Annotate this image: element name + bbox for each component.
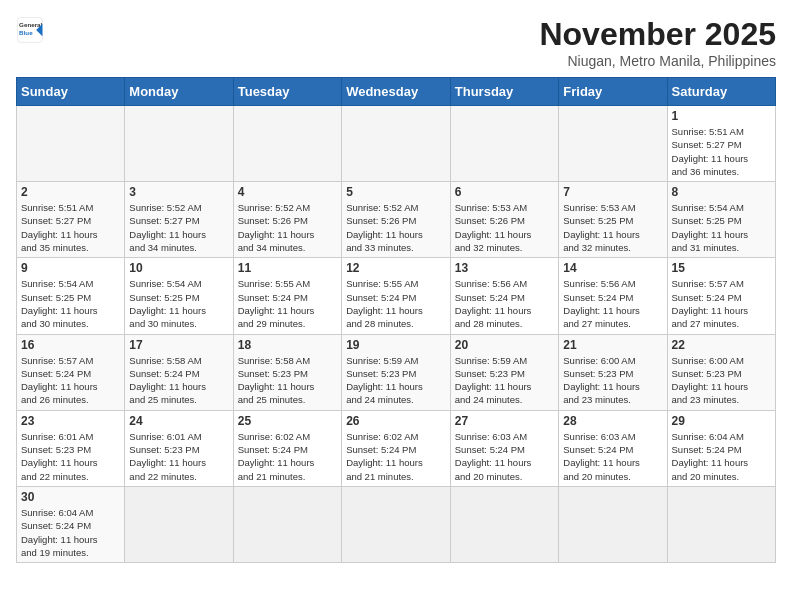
calendar-cell	[233, 486, 341, 562]
day-number: 17	[129, 338, 228, 352]
calendar-week-row: 30Sunrise: 6:04 AM Sunset: 5:24 PM Dayli…	[17, 486, 776, 562]
day-info: Sunrise: 5:57 AM Sunset: 5:24 PM Dayligh…	[672, 277, 771, 330]
calendar-cell: 28Sunrise: 6:03 AM Sunset: 5:24 PM Dayli…	[559, 410, 667, 486]
calendar-week-row: 1Sunrise: 5:51 AM Sunset: 5:27 PM Daylig…	[17, 106, 776, 182]
day-info: Sunrise: 6:02 AM Sunset: 5:24 PM Dayligh…	[346, 430, 446, 483]
calendar-cell: 2Sunrise: 5:51 AM Sunset: 5:27 PM Daylig…	[17, 182, 125, 258]
day-info: Sunrise: 6:02 AM Sunset: 5:24 PM Dayligh…	[238, 430, 337, 483]
calendar-cell	[233, 106, 341, 182]
day-info: Sunrise: 6:00 AM Sunset: 5:23 PM Dayligh…	[563, 354, 662, 407]
day-info: Sunrise: 5:59 AM Sunset: 5:23 PM Dayligh…	[455, 354, 554, 407]
day-number: 29	[672, 414, 771, 428]
day-info: Sunrise: 5:53 AM Sunset: 5:25 PM Dayligh…	[563, 201, 662, 254]
weekday-header-wednesday: Wednesday	[342, 78, 451, 106]
weekday-header-friday: Friday	[559, 78, 667, 106]
calendar-week-row: 9Sunrise: 5:54 AM Sunset: 5:25 PM Daylig…	[17, 258, 776, 334]
day-number: 18	[238, 338, 337, 352]
svg-text:Blue: Blue	[19, 29, 33, 36]
calendar-cell	[342, 106, 451, 182]
logo: General Blue	[16, 16, 44, 44]
calendar-cell	[559, 106, 667, 182]
calendar-cell: 7Sunrise: 5:53 AM Sunset: 5:25 PM Daylig…	[559, 182, 667, 258]
calendar-cell	[450, 486, 558, 562]
calendar-cell: 16Sunrise: 5:57 AM Sunset: 5:24 PM Dayli…	[17, 334, 125, 410]
day-number: 11	[238, 261, 337, 275]
day-number: 19	[346, 338, 446, 352]
calendar-cell: 21Sunrise: 6:00 AM Sunset: 5:23 PM Dayli…	[559, 334, 667, 410]
weekday-header-saturday: Saturday	[667, 78, 775, 106]
calendar-cell: 3Sunrise: 5:52 AM Sunset: 5:27 PM Daylig…	[125, 182, 233, 258]
calendar-cell: 5Sunrise: 5:52 AM Sunset: 5:26 PM Daylig…	[342, 182, 451, 258]
weekday-header-sunday: Sunday	[17, 78, 125, 106]
calendar-cell: 23Sunrise: 6:01 AM Sunset: 5:23 PM Dayli…	[17, 410, 125, 486]
weekday-header-tuesday: Tuesday	[233, 78, 341, 106]
day-number: 2	[21, 185, 120, 199]
calendar-week-row: 23Sunrise: 6:01 AM Sunset: 5:23 PM Dayli…	[17, 410, 776, 486]
day-info: Sunrise: 5:57 AM Sunset: 5:24 PM Dayligh…	[21, 354, 120, 407]
day-number: 20	[455, 338, 554, 352]
day-number: 12	[346, 261, 446, 275]
day-info: Sunrise: 5:56 AM Sunset: 5:24 PM Dayligh…	[563, 277, 662, 330]
day-info: Sunrise: 5:56 AM Sunset: 5:24 PM Dayligh…	[455, 277, 554, 330]
calendar-cell	[450, 106, 558, 182]
weekday-header-monday: Monday	[125, 78, 233, 106]
day-info: Sunrise: 6:01 AM Sunset: 5:23 PM Dayligh…	[129, 430, 228, 483]
calendar-cell: 10Sunrise: 5:54 AM Sunset: 5:25 PM Dayli…	[125, 258, 233, 334]
day-info: Sunrise: 5:59 AM Sunset: 5:23 PM Dayligh…	[346, 354, 446, 407]
calendar-cell	[17, 106, 125, 182]
day-info: Sunrise: 5:55 AM Sunset: 5:24 PM Dayligh…	[238, 277, 337, 330]
calendar-cell: 14Sunrise: 5:56 AM Sunset: 5:24 PM Dayli…	[559, 258, 667, 334]
day-info: Sunrise: 5:52 AM Sunset: 5:26 PM Dayligh…	[238, 201, 337, 254]
day-info: Sunrise: 5:55 AM Sunset: 5:24 PM Dayligh…	[346, 277, 446, 330]
header: General Blue November 2025 Niugan, Metro…	[16, 16, 776, 69]
day-number: 24	[129, 414, 228, 428]
day-number: 28	[563, 414, 662, 428]
day-number: 15	[672, 261, 771, 275]
day-number: 3	[129, 185, 228, 199]
calendar-cell: 22Sunrise: 6:00 AM Sunset: 5:23 PM Dayli…	[667, 334, 775, 410]
day-number: 25	[238, 414, 337, 428]
weekday-header-thursday: Thursday	[450, 78, 558, 106]
day-info: Sunrise: 6:03 AM Sunset: 5:24 PM Dayligh…	[563, 430, 662, 483]
calendar-cell: 27Sunrise: 6:03 AM Sunset: 5:24 PM Dayli…	[450, 410, 558, 486]
day-number: 27	[455, 414, 554, 428]
day-info: Sunrise: 5:52 AM Sunset: 5:26 PM Dayligh…	[346, 201, 446, 254]
calendar-cell: 17Sunrise: 5:58 AM Sunset: 5:24 PM Dayli…	[125, 334, 233, 410]
day-number: 21	[563, 338, 662, 352]
location: Niugan, Metro Manila, Philippines	[539, 53, 776, 69]
calendar-week-row: 2Sunrise: 5:51 AM Sunset: 5:27 PM Daylig…	[17, 182, 776, 258]
day-info: Sunrise: 6:04 AM Sunset: 5:24 PM Dayligh…	[672, 430, 771, 483]
calendar-cell	[559, 486, 667, 562]
calendar-cell: 29Sunrise: 6:04 AM Sunset: 5:24 PM Dayli…	[667, 410, 775, 486]
day-info: Sunrise: 5:58 AM Sunset: 5:24 PM Dayligh…	[129, 354, 228, 407]
calendar-week-row: 16Sunrise: 5:57 AM Sunset: 5:24 PM Dayli…	[17, 334, 776, 410]
day-info: Sunrise: 5:52 AM Sunset: 5:27 PM Dayligh…	[129, 201, 228, 254]
day-info: Sunrise: 5:58 AM Sunset: 5:23 PM Dayligh…	[238, 354, 337, 407]
calendar-cell	[342, 486, 451, 562]
month-title: November 2025	[539, 16, 776, 53]
day-number: 30	[21, 490, 120, 504]
svg-text:General: General	[19, 21, 42, 28]
generalblue-logo-icon: General Blue	[16, 16, 44, 44]
day-number: 1	[672, 109, 771, 123]
weekday-header-row: SundayMondayTuesdayWednesdayThursdayFrid…	[17, 78, 776, 106]
day-number: 13	[455, 261, 554, 275]
calendar-cell: 25Sunrise: 6:02 AM Sunset: 5:24 PM Dayli…	[233, 410, 341, 486]
day-info: Sunrise: 6:04 AM Sunset: 5:24 PM Dayligh…	[21, 506, 120, 559]
calendar-cell: 8Sunrise: 5:54 AM Sunset: 5:25 PM Daylig…	[667, 182, 775, 258]
day-number: 10	[129, 261, 228, 275]
day-number: 9	[21, 261, 120, 275]
calendar-cell: 19Sunrise: 5:59 AM Sunset: 5:23 PM Dayli…	[342, 334, 451, 410]
day-number: 8	[672, 185, 771, 199]
calendar-cell: 26Sunrise: 6:02 AM Sunset: 5:24 PM Dayli…	[342, 410, 451, 486]
day-number: 22	[672, 338, 771, 352]
day-number: 4	[238, 185, 337, 199]
day-number: 14	[563, 261, 662, 275]
calendar-cell: 24Sunrise: 6:01 AM Sunset: 5:23 PM Dayli…	[125, 410, 233, 486]
calendar-cell: 6Sunrise: 5:53 AM Sunset: 5:26 PM Daylig…	[450, 182, 558, 258]
calendar-cell	[125, 106, 233, 182]
calendar-cell: 11Sunrise: 5:55 AM Sunset: 5:24 PM Dayli…	[233, 258, 341, 334]
day-number: 6	[455, 185, 554, 199]
calendar-cell: 13Sunrise: 5:56 AM Sunset: 5:24 PM Dayli…	[450, 258, 558, 334]
calendar-cell: 20Sunrise: 5:59 AM Sunset: 5:23 PM Dayli…	[450, 334, 558, 410]
